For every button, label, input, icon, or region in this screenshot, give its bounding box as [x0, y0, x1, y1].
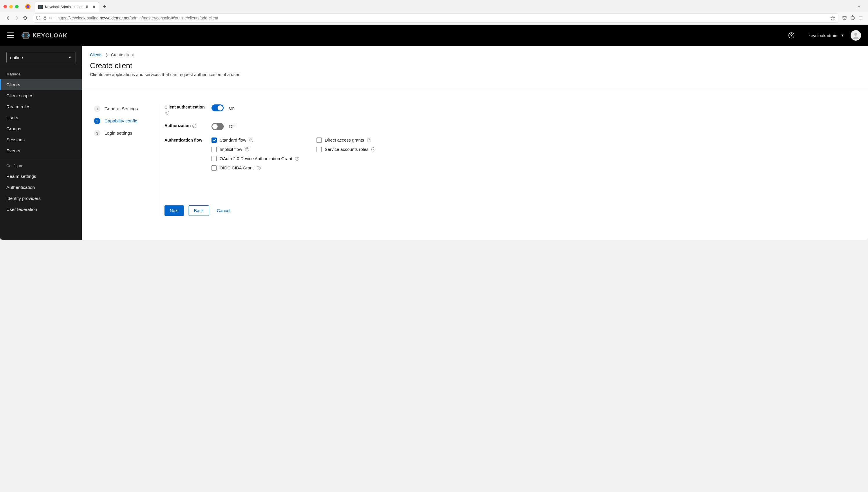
check-row-oauth-2-0-device-authorization-grant: OAuth 2.0 Device Authorization Grant?: [212, 156, 299, 161]
tabs-dropdown-icon[interactable]: [853, 3, 865, 10]
new-tab-icon[interactable]: +: [103, 3, 106, 10]
avatar[interactable]: [850, 30, 861, 41]
sidebar-item-users[interactable]: Users: [0, 112, 82, 123]
realm-name: outline: [10, 55, 68, 60]
user-name: keycloakadmin: [809, 33, 837, 38]
keycloak-logo[interactable]: KEYCLOAK: [21, 30, 67, 40]
wizard-step-general-settings[interactable]: 1General Settings: [94, 105, 158, 112]
realm-selector[interactable]: outline ▼: [6, 52, 75, 63]
step-number: 3: [94, 130, 100, 136]
user-menu[interactable]: keycloakadmin ▼: [809, 33, 844, 38]
chevron-right-icon: ❯: [105, 53, 108, 57]
back-button[interactable]: Back: [189, 205, 209, 216]
breadcrumb-link[interactable]: Clients: [90, 52, 102, 57]
sidebar-item-sessions[interactable]: Sessions: [0, 134, 82, 145]
tab-close-icon[interactable]: ✕: [92, 5, 96, 9]
nav-forward-icon[interactable]: [12, 14, 21, 22]
svg-marker-7: [22, 33, 29, 38]
authorization-label: Authorization: [165, 123, 191, 128]
extensions-icon[interactable]: [850, 16, 855, 21]
breadcrumb: Clients ❯ Create client: [90, 52, 860, 57]
firefox-icon: [24, 3, 32, 11]
check-label: Service accounts roles: [325, 147, 368, 152]
vertical-divider: [158, 104, 158, 216]
step-number: 2: [94, 118, 100, 124]
app-header: KEYCLOAK keycloakadmin ▼: [0, 25, 868, 46]
sidebar-item-groups[interactable]: Groups: [0, 123, 82, 134]
auth-flow-label: Authentication flow: [165, 138, 202, 143]
checkbox[interactable]: [212, 147, 217, 152]
window-maximize-icon[interactable]: [15, 5, 19, 8]
tab-title: Keycloak Administration UI: [45, 5, 88, 9]
lock-icon: [43, 16, 47, 20]
step-label: Login settings: [104, 130, 132, 136]
nav-back-icon[interactable]: [3, 14, 12, 22]
help-icon[interactable]: ?: [192, 124, 196, 128]
check-row-service-accounts-roles: Service accounts roles?: [317, 147, 375, 152]
check-row-standard-flow: Standard flow?: [212, 138, 299, 143]
checkbox[interactable]: [317, 147, 322, 152]
hamburger-icon[interactable]: [7, 32, 14, 38]
help-icon[interactable]: ?: [245, 147, 249, 151]
sidebar-item-clients[interactable]: Clients: [0, 79, 82, 90]
cancel-button[interactable]: Cancel: [214, 205, 233, 216]
checkbox[interactable]: [212, 165, 217, 171]
check-label: Standard flow: [220, 138, 246, 143]
authorization-state: Off: [229, 124, 235, 129]
pocket-icon[interactable]: [842, 16, 847, 21]
sidebar-section-configure: Configure: [0, 159, 82, 171]
wizard-step-login-settings[interactable]: 3Login settings: [94, 130, 158, 136]
window-minimize-icon[interactable]: [9, 5, 13, 8]
checkbox[interactable]: [212, 138, 217, 143]
bookmark-star-icon[interactable]: [830, 16, 836, 21]
sidebar-item-authentication[interactable]: Authentication: [0, 182, 82, 193]
user-avatar-icon: [852, 31, 860, 40]
app-menu-icon[interactable]: [858, 16, 863, 21]
wizard-form: Client authentication ? On Auth: [165, 104, 860, 216]
shield-icon: [36, 16, 41, 20]
window-controls[interactable]: [3, 5, 19, 8]
client-auth-toggle[interactable]: [212, 104, 224, 112]
next-button[interactable]: Next: [165, 205, 184, 216]
wizard-steps: 1General Settings2Capability config3Logi…: [90, 104, 158, 216]
svg-point-5: [852, 16, 853, 17]
tab-bar: Keycloak Administration UI ✕ +: [0, 0, 868, 11]
sidebar-item-events[interactable]: Events: [0, 145, 82, 156]
help-icon[interactable]: [788, 32, 795, 39]
nav-reload-icon[interactable]: [21, 14, 30, 22]
help-icon[interactable]: ?: [257, 166, 261, 170]
client-auth-label: Client authentication: [165, 105, 204, 109]
sidebar-section-manage: Manage: [0, 67, 82, 79]
sidebar-item-client-scopes[interactable]: Client scopes: [0, 90, 82, 101]
checkbox[interactable]: [212, 156, 217, 161]
help-icon[interactable]: ?: [371, 147, 375, 151]
help-icon[interactable]: ?: [367, 138, 371, 142]
wizard-step-capability-config[interactable]: 2Capability config: [94, 118, 158, 124]
breadcrumb-current: Create client: [111, 52, 134, 57]
url-bar[interactable]: https://keycloak.outline.heyvaldemar.net…: [33, 13, 838, 23]
help-icon[interactable]: ?: [165, 111, 169, 115]
help-icon[interactable]: ?: [295, 157, 299, 161]
browser-chrome: Keycloak Administration UI ✕ +: [0, 0, 868, 25]
check-label: Direct access grants: [325, 138, 364, 143]
authorization-toggle[interactable]: [212, 123, 224, 130]
svg-point-10: [854, 33, 857, 36]
brand-text: KEYCLOAK: [32, 32, 67, 39]
sidebar-item-identity-providers[interactable]: Identity providers: [0, 193, 82, 204]
sidebar-item-realm-settings[interactable]: Realm settings: [0, 171, 82, 182]
nav-bar: https://keycloak.outline.heyvaldemar.net…: [0, 11, 868, 24]
check-row-oidc-ciba-grant: OIDC CIBA Grant?: [212, 165, 299, 171]
check-label: OIDC CIBA Grant: [220, 165, 254, 170]
check-label: Implicit flow: [220, 147, 242, 152]
browser-tab[interactable]: Keycloak Administration UI ✕: [35, 2, 99, 11]
sidebar-item-user-federation[interactable]: User federation: [0, 204, 82, 215]
window-close-icon[interactable]: [3, 5, 7, 8]
check-row-direct-access-grants: Direct access grants?: [317, 138, 375, 143]
svg-point-1: [26, 5, 29, 8]
wizard-actions: Next Back Cancel: [165, 205, 860, 216]
page-description: Clients are applications and services th…: [90, 72, 860, 77]
help-icon[interactable]: ?: [249, 138, 253, 142]
checkbox[interactable]: [317, 138, 322, 143]
sidebar-item-realm-roles[interactable]: Realm roles: [0, 101, 82, 112]
url-text: https://keycloak.outline.heyvaldemar.net…: [57, 16, 830, 20]
